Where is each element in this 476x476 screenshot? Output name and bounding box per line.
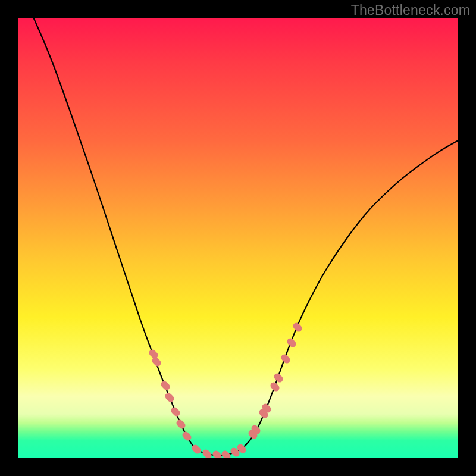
data-marker [206,453,208,455]
data-marker [152,353,155,355]
data-marker [290,342,293,344]
data-marker [180,423,182,425]
data-marker [225,454,227,456]
plot-area [18,18,458,458]
data-marker [277,377,280,379]
data-marker [234,451,236,453]
watermark-text: TheBottleneck.com [351,2,470,18]
data-marker [284,358,287,360]
data-marker [296,326,299,328]
data-marker [262,412,265,415]
data-marker [255,428,257,431]
data-marker [195,448,198,450]
data-marker [240,447,243,450]
data-marker [216,454,218,456]
data-marker [164,384,167,387]
data-marker [186,435,188,437]
data-marker [174,411,177,413]
data-marker [274,386,276,388]
bottleneck-curve [31,18,458,455]
chart-svg [18,18,458,458]
outer-frame: TheBottleneck.com [0,0,476,476]
marker-group [152,326,299,456]
data-marker [155,361,158,363]
data-marker [265,407,268,409]
data-marker [252,433,254,436]
data-marker [168,396,171,399]
